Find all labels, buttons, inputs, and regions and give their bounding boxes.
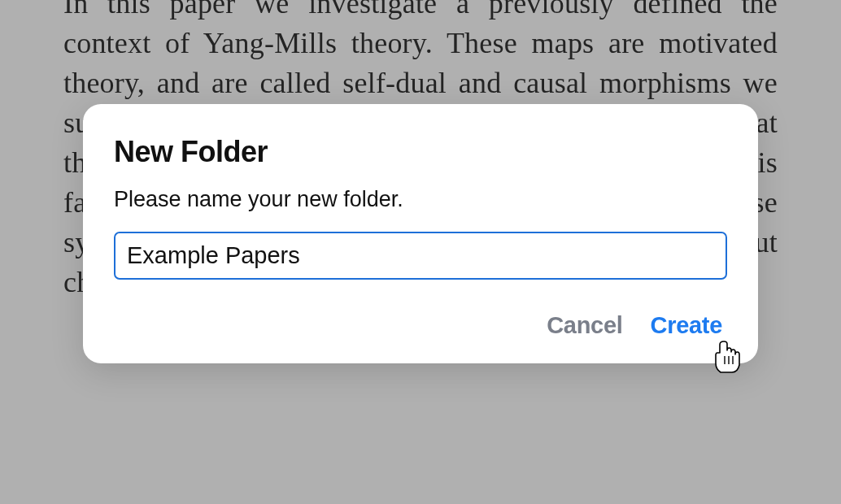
dialog-actions: Cancel Create [114,312,722,339]
modal-overlay: New Folder Please name your new folder. … [0,0,841,504]
input-wrapper [114,232,727,280]
dialog-title: New Folder [114,135,727,169]
dialog-prompt: Please name your new folder. [114,187,727,212]
folder-name-input[interactable] [114,232,727,280]
create-button[interactable]: Create [651,312,722,339]
new-folder-dialog: New Folder Please name your new folder. … [83,104,758,363]
cancel-button[interactable]: Cancel [547,312,622,339]
